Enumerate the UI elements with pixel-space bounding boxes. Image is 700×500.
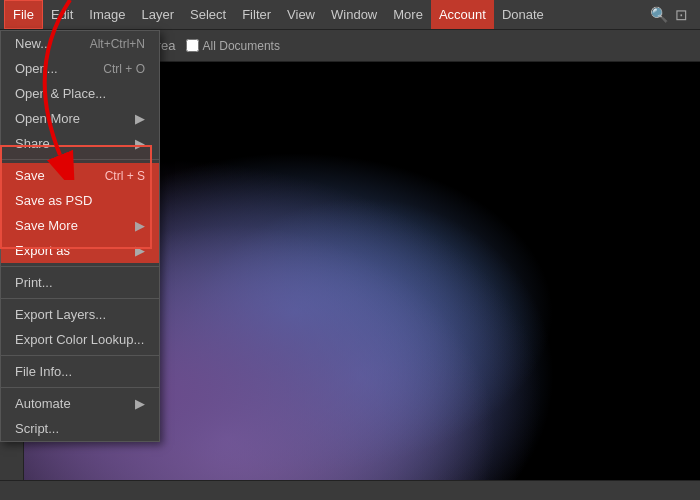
- dropdown-share[interactable]: Share ▶: [1, 131, 159, 156]
- divider-2: [1, 266, 159, 267]
- file-dropdown: New... Alt+Ctrl+N Open... Ctrl + O Open …: [0, 30, 160, 442]
- dropdown-export-layers[interactable]: Export Layers...: [1, 302, 159, 327]
- all-docs-label[interactable]: All Documents: [186, 39, 280, 53]
- dropdown-save-label: Save: [15, 168, 45, 183]
- dropdown-script-label: Script...: [15, 421, 59, 436]
- dropdown-save-more[interactable]: Save More ▶: [1, 213, 159, 238]
- menu-select[interactable]: Select: [182, 0, 234, 29]
- menu-edit-label: Edit: [51, 7, 73, 22]
- export-as-arrow-icon: ▶: [135, 243, 145, 258]
- dropdown-file-info-label: File Info...: [15, 364, 72, 379]
- dropdown-save[interactable]: Save Ctrl + S: [1, 163, 159, 188]
- menu-filter-label: Filter: [242, 7, 271, 22]
- dropdown-open-more-label: Open More: [15, 111, 80, 126]
- dropdown-export-as-label: Export as: [15, 243, 70, 258]
- dropdown-share-label: Share: [15, 136, 50, 151]
- menu-image[interactable]: Image: [81, 0, 133, 29]
- dropdown-save-psd-label: Save as PSD: [15, 193, 92, 208]
- menu-layer-label: Layer: [142, 7, 175, 22]
- dropdown-file-info[interactable]: File Info...: [1, 359, 159, 384]
- menu-file-label: File: [13, 7, 34, 22]
- menu-account-label: Account: [439, 7, 486, 22]
- divider-5: [1, 387, 159, 388]
- menu-view-label: View: [287, 7, 315, 22]
- dropdown-save-psd[interactable]: Save as PSD: [1, 188, 159, 213]
- dropdown-export-color-lookup[interactable]: Export Color Lookup...: [1, 327, 159, 352]
- menu-more[interactable]: More: [385, 0, 431, 29]
- dropdown-open-label: Open...: [15, 61, 58, 76]
- divider-1: [1, 159, 159, 160]
- share-arrow-icon: ▶: [135, 136, 145, 151]
- all-docs-checkbox[interactable]: [186, 39, 199, 52]
- menu-layer[interactable]: Layer: [134, 0, 183, 29]
- menu-account[interactable]: Account: [431, 0, 494, 29]
- menu-window-label: Window: [331, 7, 377, 22]
- dropdown-open-place[interactable]: Open & Place...: [1, 81, 159, 106]
- menu-filter[interactable]: Filter: [234, 0, 279, 29]
- divider-3: [1, 298, 159, 299]
- dropdown-open-more[interactable]: Open More ▶: [1, 106, 159, 131]
- dropdown-print[interactable]: Print...: [1, 270, 159, 295]
- menu-edit[interactable]: Edit: [43, 0, 81, 29]
- dropdown-script[interactable]: Script...: [1, 416, 159, 441]
- dropdown-new-label: New...: [15, 36, 51, 51]
- menu-view[interactable]: View: [279, 0, 323, 29]
- open-more-arrow-icon: ▶: [135, 111, 145, 126]
- menu-more-label: More: [393, 7, 423, 22]
- dropdown-export-as[interactable]: Export as ▶: [1, 238, 159, 263]
- dropdown-print-label: Print...: [15, 275, 53, 290]
- dropdown-open-shortcut: Ctrl + O: [103, 62, 145, 76]
- dropdown-automate-label: Automate: [15, 396, 71, 411]
- dropdown-open-place-label: Open & Place...: [15, 86, 106, 101]
- menu-select-label: Select: [190, 7, 226, 22]
- dropdown-new[interactable]: New... Alt+Ctrl+N: [1, 31, 159, 56]
- fullscreen-icon[interactable]: ⊡: [675, 6, 688, 24]
- menu-donate-label: Donate: [502, 7, 544, 22]
- menubar: File Edit Image Layer Select Filter View…: [0, 0, 700, 30]
- dropdown-export-layers-label: Export Layers...: [15, 307, 106, 322]
- dropdown-export-color-lookup-label: Export Color Lookup...: [15, 332, 144, 347]
- menu-image-label: Image: [89, 7, 125, 22]
- menubar-icon-group: 🔍 ⊡: [650, 6, 696, 24]
- menu-file[interactable]: File: [4, 0, 43, 29]
- dropdown-new-shortcut: Alt+Ctrl+N: [90, 37, 145, 51]
- automate-arrow-icon: ▶: [135, 396, 145, 411]
- dropdown-save-shortcut: Ctrl + S: [105, 169, 145, 183]
- dropdown-automate[interactable]: Automate ▶: [1, 391, 159, 416]
- divider-4: [1, 355, 159, 356]
- all-docs-text: All Documents: [203, 39, 280, 53]
- save-more-arrow-icon: ▶: [135, 218, 145, 233]
- menu-donate[interactable]: Donate: [494, 0, 552, 29]
- statusbar: [0, 480, 700, 500]
- menu-window[interactable]: Window: [323, 0, 385, 29]
- search-icon[interactable]: 🔍: [650, 6, 669, 24]
- dropdown-save-more-label: Save More: [15, 218, 78, 233]
- dropdown-open[interactable]: Open... Ctrl + O: [1, 56, 159, 81]
